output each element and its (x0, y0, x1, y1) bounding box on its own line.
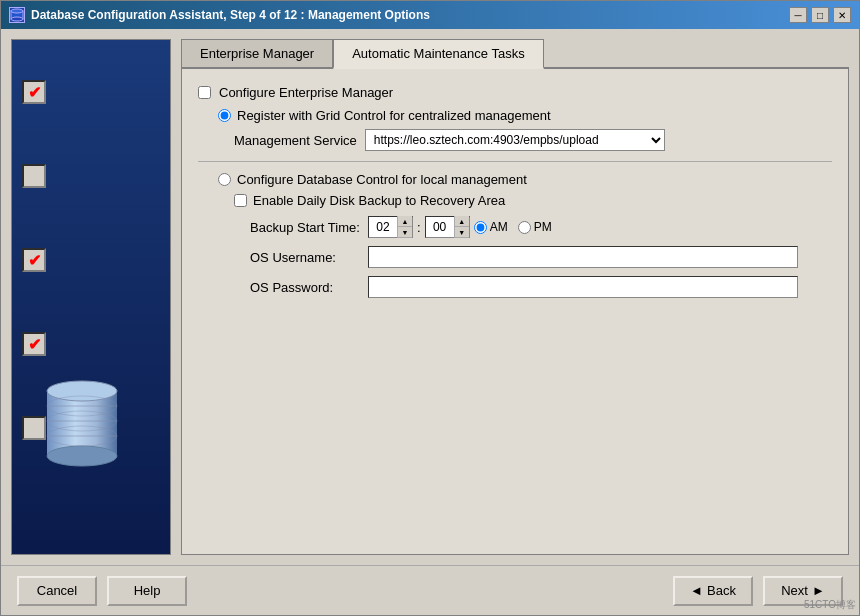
os-password-input[interactable] (368, 276, 798, 298)
mgmt-service-label: Management Service (234, 133, 357, 148)
ampm-group: AM PM (474, 220, 552, 234)
mgmt-service-row: Management Service https://leo.sztech.co… (234, 129, 832, 151)
backup-time-row: Backup Start Time: ▲ ▼ : (250, 216, 832, 238)
tab-automatic-maintenance[interactable]: Automatic Maintenance Tasks (333, 39, 543, 69)
window-title: Database Configuration Assistant, Step 4… (31, 8, 430, 22)
tab-bar: Enterprise Manager Automatic Maintenance… (181, 39, 849, 69)
section-divider (198, 161, 832, 162)
svg-point-1 (11, 9, 23, 13)
hour-input[interactable] (369, 218, 397, 236)
mgmt-service-dropdown[interactable]: https://leo.sztech.com:4903/empbs/upload (365, 129, 665, 151)
title-bar: Database Configuration Assistant, Step 4… (1, 1, 859, 29)
am-option: AM (474, 220, 508, 234)
back-arrow-icon: ◄ (690, 583, 703, 598)
min-spin-buttons: ▲ ▼ (454, 216, 469, 238)
enable-backup-label: Enable Daily Disk Backup to Recovery Are… (253, 193, 505, 208)
step-checkbox-4 (22, 332, 46, 356)
hour-down-button[interactable]: ▼ (398, 227, 412, 238)
svg-point-2 (11, 17, 23, 21)
min-input[interactable] (426, 218, 454, 236)
watermark: 51CTO博客 (804, 598, 856, 612)
min-down-button[interactable]: ▼ (455, 227, 469, 238)
back-button[interactable]: ◄ Back (673, 576, 753, 606)
os-username-input[interactable] (368, 246, 798, 268)
left-panel (11, 39, 171, 555)
enable-backup-checkbox[interactable] (234, 194, 247, 207)
main-window: Database Configuration Assistant, Step 4… (0, 0, 860, 616)
min-up-button[interactable]: ▲ (455, 216, 469, 227)
close-button[interactable]: ✕ (833, 7, 851, 23)
cancel-button[interactable]: Cancel (17, 576, 97, 606)
am-radio[interactable] (474, 221, 487, 234)
pm-label: PM (534, 220, 552, 234)
configure-em-row: Configure Enterprise Manager (198, 85, 832, 100)
register-grid-row: Register with Grid Control for centraliz… (218, 108, 832, 123)
grid-control-section: Register with Grid Control for centraliz… (214, 108, 832, 151)
tab-content: Configure Enterprise Manager Register wi… (181, 69, 849, 555)
time-separator: : (417, 220, 421, 235)
step-checkbox-1 (22, 80, 46, 104)
svg-point-4 (47, 381, 117, 401)
pm-radio[interactable] (518, 221, 531, 234)
configure-db-row: Configure Database Control for local man… (218, 172, 832, 187)
configure-em-label: Configure Enterprise Manager (219, 85, 393, 100)
app-icon (9, 7, 25, 23)
content-area: Enterprise Manager Automatic Maintenance… (1, 29, 859, 565)
backup-time-spinner: ▲ ▼ : ▲ ▼ (368, 216, 552, 238)
right-panel: Enterprise Manager Automatic Maintenance… (181, 39, 849, 555)
configure-db-label: Configure Database Control for local man… (237, 172, 527, 187)
hour-up-button[interactable]: ▲ (398, 216, 412, 227)
hour-spin-buttons: ▲ ▼ (397, 216, 412, 238)
am-label: AM (490, 220, 508, 234)
db-control-section: Configure Database Control for local man… (214, 172, 832, 298)
os-username-label: OS Username: (250, 250, 360, 265)
backup-time-label: Backup Start Time: (250, 220, 360, 235)
step-checkbox-2 (22, 164, 46, 188)
tab-enterprise-manager[interactable]: Enterprise Manager (181, 39, 333, 67)
step-checkbox-3 (22, 248, 46, 272)
configure-em-checkbox[interactable] (198, 86, 211, 99)
os-password-row: OS Password: (250, 276, 832, 298)
next-arrow-icon: ► (812, 583, 825, 598)
hour-spinner: ▲ ▼ (368, 216, 413, 238)
min-spinner: ▲ ▼ (425, 216, 470, 238)
db-control-options: Enable Daily Disk Backup to Recovery Are… (234, 193, 832, 298)
footer: Cancel Help ◄ Back Next ► 51CTO博客 (1, 565, 859, 615)
title-controls: ─ □ ✕ (789, 7, 851, 23)
footer-left-buttons: Cancel Help (17, 576, 187, 606)
register-grid-label: Register with Grid Control for centraliz… (237, 108, 551, 123)
os-username-row: OS Username: (250, 246, 832, 268)
configure-db-radio[interactable] (218, 173, 231, 186)
minimize-button[interactable]: ─ (789, 7, 807, 23)
pm-option: PM (518, 220, 552, 234)
register-grid-radio[interactable] (218, 109, 231, 122)
help-button[interactable]: Help (107, 576, 187, 606)
enable-backup-row: Enable Daily Disk Backup to Recovery Are… (234, 193, 832, 208)
maximize-button[interactable]: □ (811, 7, 829, 23)
database-icon (32, 371, 132, 474)
os-password-label: OS Password: (250, 280, 360, 295)
svg-point-5 (47, 446, 117, 466)
